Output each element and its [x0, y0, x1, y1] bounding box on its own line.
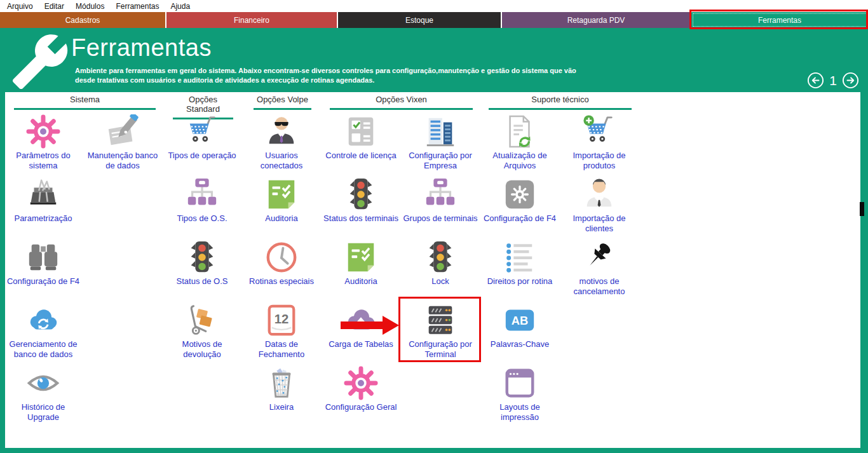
tile-auditoria[interactable]: Auditoria	[323, 240, 399, 287]
annotation-arrow-head	[383, 316, 399, 335]
annotation-arrow-shaft	[341, 321, 383, 329]
tile-historico-de-upgrade[interactable]: Histórico de Upgrade	[5, 365, 81, 422]
tile-lock[interactable]: Lock	[402, 240, 478, 287]
binder-clip-icon	[5, 177, 81, 212]
cart-plus-icon	[561, 114, 637, 149]
document-sync-icon	[482, 114, 558, 149]
tile-label: Usuarios conectados	[243, 151, 320, 170]
tile-label: Status dos terminais	[323, 213, 399, 224]
gear-square-icon	[482, 177, 558, 212]
tile-label: Lock	[402, 276, 478, 287]
menu-item-modulos[interactable]: Módulos	[70, 2, 110, 11]
tile-configuracao-de-f4[interactable]: Configuração de F4	[5, 240, 81, 287]
tile-label: Tipos de O.S.	[164, 213, 240, 224]
gear-pink-icon	[323, 365, 399, 401]
eye-icon	[5, 365, 81, 401]
org-chart-icon	[164, 177, 240, 212]
module-tab-retaguarda-pdv[interactable]: Retaguarda PDV	[502, 12, 690, 28]
section-header-opcoes-vixen: Opções Vixen	[330, 95, 473, 110]
tile-label: Layouts de impressão	[482, 402, 558, 422]
module-tab-label: Cadastros	[65, 16, 100, 25]
tile-gerenciamento-de-banco-de-dados[interactable]: Gerenciamento de banco de dados	[5, 302, 81, 359]
tile-label: Direitos por rotina	[482, 276, 558, 287]
tile-label: Palavras-Chave	[482, 339, 558, 349]
menu-item-ferramentas[interactable]: Ferramentas	[110, 2, 165, 11]
circle-arrow-left-icon[interactable]	[807, 72, 824, 89]
tile-configuracao-por-empresa[interactable]: Configuração por Empresa	[402, 114, 478, 170]
tile-label: Carga de Tabelas	[323, 339, 399, 349]
trash-icon	[243, 365, 320, 401]
description-line-2: desde tratativas com usuários e auditori…	[75, 76, 596, 85]
tile-parametrizacao[interactable]: Parametrização	[5, 177, 81, 224]
tile-label: Tipos de operação	[164, 151, 240, 161]
menu-item-ajuda[interactable]: Ajuda	[165, 2, 196, 11]
window-layout-icon	[482, 365, 558, 401]
cloud-sync-icon	[5, 302, 81, 338]
wrench-icon	[10, 32, 70, 94]
tile-label: Configuração de F4	[5, 276, 81, 287]
tile-status-dos-terminais[interactable]: Status dos terminais	[323, 177, 399, 224]
svg-text:AB: AB	[512, 314, 528, 327]
user-sunglasses-icon	[243, 114, 320, 149]
module-tab-label: Estoque	[405, 16, 433, 25]
tile-tipos-de-operacao[interactable]: Tipos de operação	[164, 114, 240, 161]
tile-configuracao-de-f4[interactable]: Configuração de F4	[482, 177, 558, 224]
tile-controle-de-licenca[interactable]: Controle de licença	[323, 114, 399, 161]
push-pin-icon	[561, 240, 637, 275]
tile-parametros-do-sistema[interactable]: Parâmetros do sistema	[5, 114, 81, 170]
cart-icon	[164, 114, 240, 149]
tile-label: Grupos de terminais	[402, 213, 478, 224]
tile-tipos-de-o-s[interactable]: Tipos de O.S.	[164, 177, 240, 224]
pagination: 1	[807, 72, 859, 89]
tile-configuracao-geral[interactable]: Configuração Geral	[323, 365, 399, 412]
tile-label: Importação de clientes	[561, 213, 637, 233]
tile-layouts-de-impressao[interactable]: Layouts de impressão	[482, 365, 558, 422]
tile-rotinas-especiais[interactable]: Rotinas especiais	[243, 240, 320, 287]
menu-item-editar[interactable]: Editar	[39, 2, 70, 11]
tile-label: Auditoria	[323, 276, 399, 287]
keywords-ab-icon: AB	[482, 302, 558, 338]
tile-usuarios-conectados[interactable]: Usuarios conectados	[243, 114, 320, 170]
buildings-icon	[402, 114, 478, 149]
tile-label: Datas de Fechamento	[243, 339, 320, 359]
tile-label: Lixeira	[243, 402, 320, 412]
tile-label: Gerenciamento de banco de dados	[5, 339, 81, 359]
tools-panel: Sistema Opções Standard Opções Volpe Opç…	[5, 92, 860, 448]
tile-importacao-de-produtos[interactable]: Importação de produtos	[561, 114, 637, 170]
tile-direitos-por-rotina[interactable]: Direitos por rotina	[482, 240, 558, 287]
tile-grupos-de-terminais[interactable]: Grupos de terminais	[402, 177, 478, 224]
tile-atualizacao-de-arquivos[interactable]: Atualização de Arquivos	[482, 114, 558, 170]
tile-auditoria[interactable]: Auditoria	[243, 177, 320, 224]
module-tab-cadastros[interactable]: Cadastros	[0, 12, 165, 28]
module-tab-financeiro[interactable]: Financeiro	[166, 12, 337, 28]
module-tab-label: Financeiro	[234, 16, 269, 25]
page-description: Ambiente para ferramentas em geral do si…	[75, 66, 596, 85]
module-tab-estoque[interactable]: Estoque	[338, 12, 501, 28]
tile-palavras-chave[interactable]: ABPalavras-Chave	[482, 302, 558, 349]
module-tab-label: Retaguarda PDV	[567, 16, 625, 25]
frame-right	[860, 92, 868, 453]
tile-motivos-de-cancelamento[interactable]: motivos de cancelamento	[561, 240, 637, 296]
traffic-light-icon	[402, 240, 478, 275]
tile-label: motivos de cancelamento	[561, 276, 637, 296]
traffic-light-icon	[164, 240, 240, 275]
description-line-1: Ambiente para ferramentas em geral do si…	[75, 66, 596, 76]
window-edge-mark	[860, 202, 864, 216]
tile-label: Parâmetros do sistema	[5, 151, 81, 170]
tile-label: Auditoria	[243, 213, 320, 224]
tile-importacao-de-clientes[interactable]: Importação de clientes	[561, 177, 637, 233]
tile-label: Atualização de Arquivos	[482, 151, 558, 170]
frame-left	[0, 92, 5, 453]
menu-item-arquivo[interactable]: Arquivo	[1, 2, 39, 11]
note-check-icon	[323, 240, 399, 275]
section-header-sistema: Sistema	[14, 95, 156, 110]
annotation-arrow	[341, 316, 399, 335]
tile-label: Configuração Geral	[323, 402, 399, 412]
page-number: 1	[829, 73, 837, 88]
tile-status-de-o-s[interactable]: Status de O.S	[164, 240, 240, 287]
tile-motivos-de-devolucao[interactable]: Motivos de devolução	[164, 302, 240, 359]
tile-manutencao-banco-de-dados[interactable]: Manutenção banco de dados	[85, 114, 161, 170]
circle-arrow-right-icon[interactable]	[842, 72, 859, 89]
tile-lixeira[interactable]: Lixeira	[243, 365, 320, 412]
tile-datas-de-fechamento[interactable]: 12Datas de Fechamento	[243, 302, 320, 359]
